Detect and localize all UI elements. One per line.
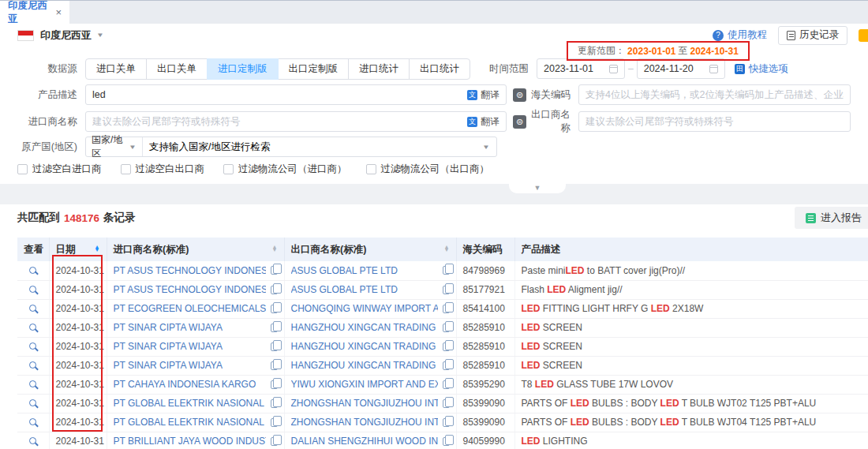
datasource-tab[interactable]: 出口统计	[409, 58, 470, 80]
exporter-link[interactable]: ASUS GLOBAL PTE LTD	[291, 265, 398, 276]
date-from-input[interactable]: 2023-11-01	[537, 58, 625, 79]
importer-link[interactable]: PT BRILLIANT JAYA WOOD INDUSTRY	[114, 436, 266, 447]
view-magnifier-icon[interactable]	[29, 267, 36, 274]
date-cell: 2024-10-31	[49, 375, 107, 394]
importer-link[interactable]: PT GLOBAL ELEKTRIK NASIONAL	[114, 398, 264, 409]
exporter-input[interactable]: 建议去除公司尾部字符或特殊符号	[578, 111, 851, 132]
filter-checkbox[interactable]: 过滤物流公司（出口商）	[366, 163, 490, 176]
copy-icon[interactable]	[271, 418, 278, 427]
importer-link[interactable]: PT CAHAYA INDONESIA KARGO	[114, 379, 256, 390]
view-magnifier-icon[interactable]	[29, 380, 36, 387]
date-to-input[interactable]: 2024-11-20	[637, 58, 725, 79]
filter-checkbox[interactable]: 过滤物流公司（进口商）	[223, 163, 347, 176]
col-date[interactable]: 日期▲▼	[49, 238, 107, 261]
translate-button[interactable]: 文 翻译	[467, 115, 499, 129]
col-product[interactable]: 产品描述	[514, 238, 868, 261]
col-importer[interactable]: 进口商名称(标准)▲▼	[107, 238, 284, 261]
importer-link[interactable]: PT SINAR CIPTA WIJAYA	[114, 341, 223, 352]
exporter-link[interactable]: ASUS GLOBAL PTE LTD	[291, 284, 398, 295]
importer-link[interactable]: PT ECOGREEN OLEOCHEMICALS	[114, 303, 266, 314]
exclude-filter-icon[interactable]: ⊜	[513, 88, 526, 102]
copy-icon[interactable]	[271, 380, 278, 389]
hs-code-input[interactable]: 支持4位以上海关编码，或2位海关编码加上产品描述、企业名称的任意信息	[578, 84, 851, 105]
copy-icon[interactable]	[443, 305, 450, 313]
origin-select[interactable]: 国家/地区 ▼	[86, 137, 143, 156]
copy-icon[interactable]	[271, 361, 278, 370]
copy-icon[interactable]	[271, 266, 278, 275]
importer-input[interactable]: 建议去除公司尾部字符或特殊符号 文 翻译	[85, 111, 507, 132]
col-exporter[interactable]: 出口商名称(标准)▲▼	[284, 238, 456, 261]
country-selector-label[interactable]: 印度尼西亚	[40, 28, 92, 43]
origin-search-input[interactable]: 支持输入国家/地区进行检索 ▼	[143, 140, 496, 154]
exclude-filter-icon[interactable]: ⊜	[513, 115, 526, 129]
col-hscode[interactable]: 海关编码	[456, 238, 514, 261]
importer-link[interactable]: PT ASUS TECHNOLOGY INDONESIA BA...	[114, 284, 266, 295]
copy-icon[interactable]	[443, 380, 450, 389]
copy-icon[interactable]	[443, 399, 450, 408]
datasource-tab[interactable]: 出口关单	[146, 58, 208, 80]
enter-report-button[interactable]: 进入报告	[795, 207, 868, 229]
datasource-tab[interactable]: 进口关单	[85, 58, 147, 80]
tab-close-icon[interactable]: ×	[55, 6, 62, 18]
view-magnifier-icon[interactable]	[29, 342, 36, 350]
copy-icon[interactable]	[443, 342, 450, 351]
exporter-link[interactable]: HANGZHOU XINGCAN TRADING CO LTD	[291, 341, 438, 352]
sort-icon[interactable]: ▲▼	[272, 245, 278, 253]
datasource-tab[interactable]: 出口定制版	[278, 58, 350, 80]
sort-icon[interactable]: ▲▼	[95, 245, 100, 253]
view-cell	[17, 337, 49, 356]
copy-icon[interactable]	[443, 361, 450, 370]
copy-icon[interactable]	[443, 418, 450, 427]
view-magnifier-icon[interactable]	[29, 437, 36, 444]
sort-icon[interactable]: ▲▼	[444, 245, 450, 253]
tutorial-link[interactable]: ? 使用教程	[713, 28, 767, 42]
favorite-icon[interactable]	[859, 29, 868, 42]
tab-indonesia[interactable]: 印度尼西亚 ×	[0, 1, 69, 24]
checkbox-icon[interactable]	[223, 164, 234, 174]
exporter-cell: HANGZHOU XINGCAN TRADING CO LTD	[284, 318, 456, 337]
hscode-cell: 85285910	[456, 337, 514, 356]
view-magnifier-icon[interactable]	[29, 305, 36, 312]
copy-icon[interactable]	[271, 342, 278, 351]
collapse-panel-handle[interactable]: ▼	[509, 182, 566, 193]
filter-checkbox[interactable]: 过滤空白出口商	[121, 163, 205, 176]
importer-link[interactable]: PT SINAR CIPTA WIJAYA	[114, 360, 223, 371]
checkbox-icon[interactable]	[17, 164, 28, 174]
importer-link[interactable]: PT SINAR CIPTA WIJAYA	[114, 322, 223, 333]
datasource-tab[interactable]: 进口统计	[348, 58, 410, 80]
view-magnifier-icon[interactable]	[29, 399, 36, 406]
copy-icon[interactable]	[271, 324, 278, 332]
copy-icon[interactable]	[443, 266, 450, 275]
filter-checkbox[interactable]: 过滤空白进口商	[17, 163, 102, 176]
col-view[interactable]: 查看	[17, 238, 49, 261]
view-magnifier-icon[interactable]	[29, 324, 36, 331]
view-magnifier-icon[interactable]	[29, 418, 36, 425]
history-button[interactable]: 历史记录	[778, 26, 847, 45]
exporter-link[interactable]: CHONGQING WINWAY IMPORT AND E...	[291, 303, 438, 314]
datasource-tab[interactable]: 进口定制版	[207, 58, 279, 80]
view-magnifier-icon[interactable]	[29, 286, 36, 293]
exporter-link[interactable]: ZHONGSHAN TONGJIUZHOU INTERNA...	[291, 398, 438, 409]
copy-icon[interactable]	[443, 286, 450, 294]
exporter-link[interactable]: HANGZHOU XINGCAN TRADING CO LTD	[291, 360, 438, 371]
copy-icon[interactable]	[271, 399, 278, 408]
copy-icon[interactable]	[443, 437, 450, 446]
checkbox-icon[interactable]	[366, 164, 376, 174]
importer-link[interactable]: PT ASUS TECHNOLOGY INDONESIA BA...	[114, 265, 266, 276]
copy-icon[interactable]	[443, 324, 450, 332]
origin-placeholder: 支持输入国家/地区进行检索	[149, 140, 270, 154]
exporter-link[interactable]: ZHONGSHAN TONGJIUZHOU INTERNA...	[291, 417, 438, 428]
chevron-down-icon[interactable]: ▼	[96, 32, 104, 39]
quick-options-link[interactable]: 田 快捷选项	[735, 62, 788, 76]
exporter-link[interactable]: YIWU XIONGXIN IMPORT AND EXPORT...	[291, 379, 438, 390]
view-magnifier-icon[interactable]	[29, 361, 36, 369]
importer-link[interactable]: PT GLOBAL ELEKTRIK NASIONAL	[114, 417, 264, 428]
exporter-link[interactable]: DALIAN SHENGZHIHUI WOOD INDUST...	[291, 436, 438, 447]
copy-icon[interactable]	[271, 437, 278, 446]
product-desc-input[interactable]: led 文 翻译	[85, 84, 507, 105]
copy-icon[interactable]	[271, 305, 278, 313]
translate-button[interactable]: 文 翻译	[467, 88, 499, 102]
copy-icon[interactable]	[271, 286, 278, 294]
checkbox-icon[interactable]	[121, 164, 131, 174]
exporter-link[interactable]: HANGZHOU XINGCAN TRADING CO LTD	[291, 322, 438, 333]
